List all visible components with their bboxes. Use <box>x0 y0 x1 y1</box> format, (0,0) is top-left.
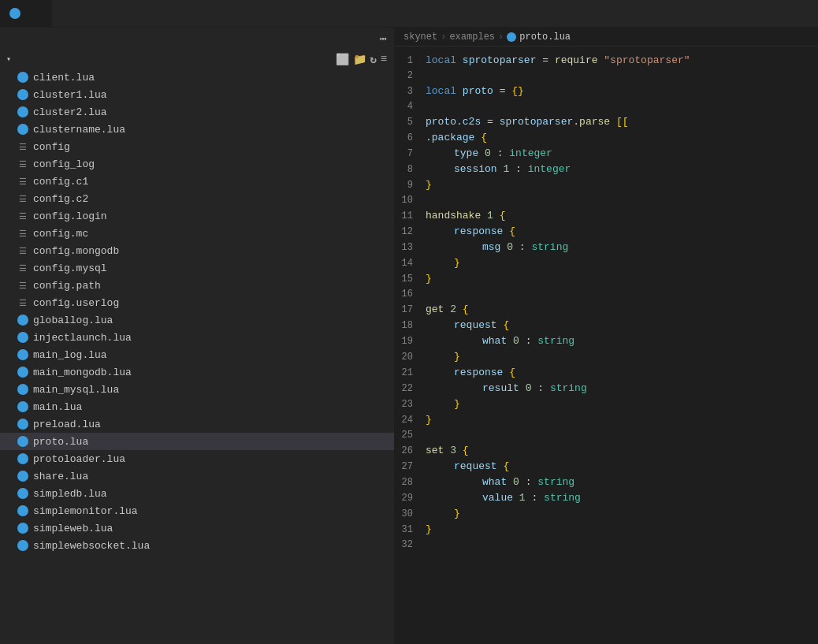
line-content: response { <box>426 365 515 380</box>
config-file-icon: ☰ <box>17 158 28 169</box>
line-number: 3 <box>394 84 426 99</box>
code-line: 19what 0 : string <box>394 333 818 349</box>
file-item[interactable]: proto.lua <box>0 433 394 450</box>
line-number: 4 <box>394 99 426 114</box>
line-number: 7 <box>394 147 426 162</box>
lua-file-icon <box>17 367 28 378</box>
file-item[interactable]: ☰config.login <box>0 207 394 225</box>
config-file-icon: ☰ <box>17 228 28 239</box>
file-item[interactable]: ☰config.c1 <box>0 173 394 190</box>
line-number: 2 <box>394 69 426 84</box>
new-folder-icon[interactable]: 📁 <box>353 53 367 66</box>
file-item[interactable]: ☰config <box>0 138 394 155</box>
line-number: 26 <box>394 444 426 459</box>
lua-file-icon <box>17 505 28 516</box>
tab-close-button[interactable] <box>30 7 43 20</box>
file-item[interactable]: clustername.lua <box>0 121 394 138</box>
line-content: get 2 { <box>426 302 469 317</box>
line-number: 8 <box>394 162 426 177</box>
file-item[interactable]: main.lua <box>0 398 394 415</box>
file-item[interactable]: ☰config_log <box>0 155 394 173</box>
file-item[interactable]: ☰config.mongodb <box>0 242 394 259</box>
file-item[interactable]: ☰config.path <box>0 277 394 294</box>
file-item[interactable]: ☰config.mc <box>0 225 394 242</box>
file-name: config.c2 <box>33 193 88 205</box>
file-name: simpledb.lua <box>33 488 107 500</box>
file-item[interactable]: share.lua <box>0 467 394 485</box>
config-file-icon: ☰ <box>17 141 28 152</box>
file-name: cluster2.lua <box>33 106 107 118</box>
code-line: 24} <box>394 412 818 428</box>
server-section-header: ▾ ⬜ 📁 ↻ ≡ <box>0 50 394 69</box>
file-item[interactable]: injectlaunch.lua <box>0 329 394 346</box>
file-name: config.mysql <box>33 262 107 274</box>
file-item[interactable]: ☰config.userlog <box>0 294 394 311</box>
line-number: 14 <box>394 256 426 271</box>
file-name: simpleweb.lua <box>33 523 113 534</box>
line-number: 17 <box>394 303 426 318</box>
file-item[interactable]: simpleweb.lua <box>0 519 394 537</box>
code-line: 27request { <box>394 459 818 475</box>
file-item[interactable]: main_mongodb.lua <box>0 363 394 381</box>
line-number: 6 <box>394 131 426 146</box>
code-line: 5proto.c2s = sprotoparser.parse [[ <box>394 114 818 130</box>
file-name: config <box>33 141 70 153</box>
server-chevron-icon[interactable]: ▾ <box>6 54 12 64</box>
line-number: 27 <box>394 460 426 475</box>
lua-file-icon <box>17 419 28 430</box>
breadcrumb-skynet[interactable]: skynet <box>403 32 437 43</box>
file-name: injectlaunch.lua <box>33 332 132 344</box>
file-item[interactable]: protoloader.lua <box>0 450 394 467</box>
file-item[interactable]: client.lua <box>0 69 394 86</box>
lua-file-icon <box>17 540 28 551</box>
file-name: protoloader.lua <box>33 453 125 465</box>
explorer-menu-icon[interactable]: ⋯ <box>380 32 388 47</box>
code-line: 23} <box>394 396 818 412</box>
line-number: 19 <box>394 334 426 349</box>
tab-proto-lua[interactable] <box>0 0 53 27</box>
lua-file-icon <box>17 453 28 464</box>
file-item[interactable]: simpledb.lua <box>0 485 394 502</box>
refresh-icon[interactable]: ↻ <box>370 53 377 66</box>
file-item[interactable]: simplewebsocket.lua <box>0 537 394 554</box>
file-item[interactable]: ☰config.mysql <box>0 259 394 277</box>
line-content: } <box>426 349 460 364</box>
lua-file-icon <box>17 106 28 117</box>
breadcrumb-examples[interactable]: examples <box>449 32 495 43</box>
line-number: 1 <box>394 54 426 69</box>
file-item[interactable]: preload.lua <box>0 415 394 433</box>
server-title-left: ▾ <box>6 54 17 64</box>
breadcrumb-current-file[interactable]: proto.lua <box>519 32 571 43</box>
file-item[interactable]: main_log.lua <box>0 346 394 363</box>
code-editor[interactable]: 1local sprotoparser = require "sprotopar… <box>394 47 818 644</box>
line-number: 16 <box>394 287 426 302</box>
line-content: what 0 : string <box>426 475 574 490</box>
code-line: 12response { <box>394 224 818 240</box>
file-item[interactable]: ☰config.c2 <box>0 190 394 207</box>
file-item[interactable]: cluster2.lua <box>0 103 394 121</box>
code-line: 11handshake 1 { <box>394 208 818 224</box>
config-file-icon: ☰ <box>17 245 28 256</box>
file-item[interactable]: cluster1.lua <box>0 86 394 103</box>
editor-pane: skynet › examples › proto.lua 1local spr… <box>394 28 818 644</box>
lua-file-icon <box>17 72 28 83</box>
lua-file-icon <box>17 471 28 482</box>
lua-file-icon <box>17 523 28 534</box>
config-file-icon: ☰ <box>17 280 28 291</box>
code-line: 22result 0 : string <box>394 381 818 396</box>
code-line: 21response { <box>394 365 818 381</box>
explorer-header: ⋯ <box>0 28 394 50</box>
collapse-icon[interactable]: ≡ <box>381 53 388 66</box>
breadcrumb-sep-1: › <box>441 32 446 43</box>
file-item[interactable]: main_mysql.lua <box>0 381 394 398</box>
file-name: client.lua <box>33 72 95 84</box>
file-item[interactable]: globallog.lua <box>0 311 394 329</box>
new-file-icon[interactable]: ⬜ <box>336 53 350 66</box>
line-content: } <box>426 412 432 427</box>
line-number: 23 <box>394 397 426 412</box>
line-content: session 1 : integer <box>426 162 571 177</box>
line-content: } <box>426 522 432 537</box>
file-item[interactable]: simplemonitor.lua <box>0 502 394 519</box>
line-number: 15 <box>394 272 426 287</box>
explorer-header-icons: ⋯ <box>380 32 388 47</box>
